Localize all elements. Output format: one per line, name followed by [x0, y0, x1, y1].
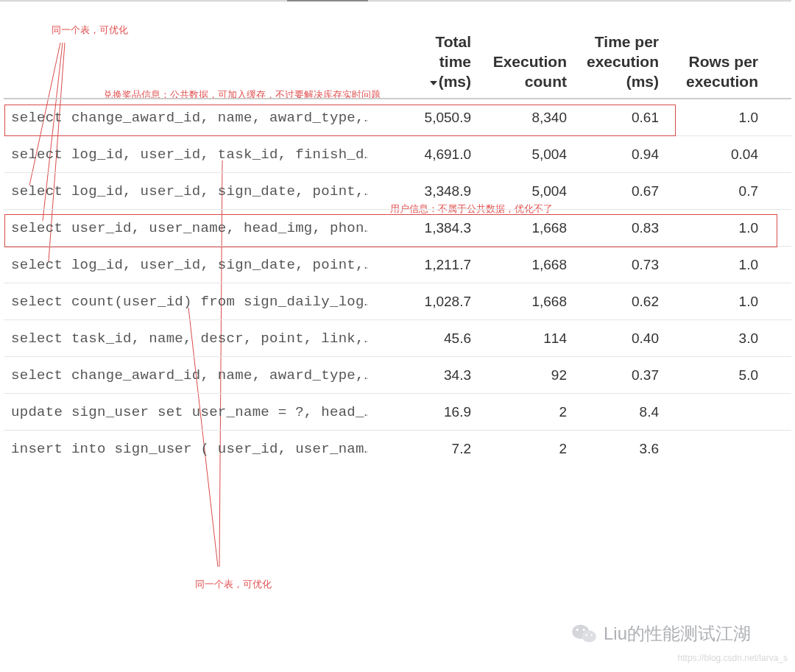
cell-rows-per-exec: 0.04 — [662, 146, 758, 163]
cell-rows-per-exec: 1.0 — [662, 257, 758, 273]
cell-exec-count: 92 — [478, 367, 567, 383]
table-row[interactable]: select log_id, user_id, sign_date, point… — [4, 173, 791, 210]
query-table: select change_award_id, name, award_type… — [4, 99, 791, 467]
cell-rows-per-exec: 1.0 — [662, 110, 758, 126]
cell-total-time: 1,211.7 — [383, 257, 471, 273]
table-row[interactable]: select change_award_id, name, award_type… — [4, 99, 791, 136]
cell-total-time: 7.2 — [383, 441, 471, 457]
cell-exec-count: 2 — [478, 441, 567, 457]
sql-text: select task_id, name, descr, point, link… — [11, 330, 368, 347]
cell-exec-count: 2 — [478, 404, 567, 420]
cell-total-time: 3,348.9 — [383, 183, 471, 199]
annotation-bottom: 同一个表，可优化 — [195, 578, 272, 591]
table-row[interactable]: select count(user_id) from sign_daily_lo… — [4, 283, 791, 320]
cell-time-per-exec: 0.37 — [570, 367, 659, 383]
header-text: Time per — [595, 33, 659, 50]
cell-total-time: 34.3 — [383, 367, 471, 383]
header-text: (ms) — [626, 73, 659, 90]
cell-time-per-exec: 0.73 — [570, 257, 659, 273]
header-text: (ms) — [439, 73, 471, 90]
table-row[interactable]: select log_id, user_id, task_id, finish_… — [4, 136, 791, 173]
cell-time-per-exec: 0.94 — [570, 146, 659, 163]
table-row[interactable]: insert into sign_user ( user_id, user_na… — [4, 431, 791, 467]
col-execution-count[interactable]: Execution count — [478, 52, 567, 92]
cell-rows-per-exec: 3.0 — [662, 330, 758, 347]
cell-exec-count: 5,004 — [478, 146, 567, 163]
sort-desc-icon — [430, 81, 437, 85]
col-rows-per-exec[interactable]: Rows per execution — [662, 52, 758, 92]
table-row[interactable]: select task_id, name, descr, point, link… — [4, 320, 791, 357]
header-text: Execution — [493, 53, 567, 70]
cell-rows-per-exec: 0.7 — [662, 183, 758, 199]
cell-exec-count: 8,340 — [478, 110, 567, 126]
cell-time-per-exec: 3.6 — [570, 441, 659, 457]
watermark-url: https://blog.csdn.net/larva_s — [678, 653, 788, 663]
cell-time-per-exec: 0.62 — [570, 294, 659, 310]
cell-exec-count: 1,668 — [478, 294, 567, 310]
cell-exec-count: 1,668 — [478, 257, 567, 273]
cell-total-time: 45.6 — [383, 330, 471, 347]
cell-rows-per-exec: 1.0 — [662, 294, 758, 310]
header-text: count — [525, 73, 567, 90]
col-total-time[interactable]: Total time (ms) — [383, 32, 471, 92]
table-row[interactable]: select user_id, user_name, head_img, pho… — [4, 210, 791, 247]
cell-total-time: 4,691.0 — [383, 146, 471, 163]
sql-text: select log_id, user_id, sign_date, point… — [11, 257, 368, 273]
cell-total-time: 5,050.9 — [383, 110, 471, 126]
cell-time-per-exec: 0.83 — [570, 220, 659, 236]
header-text: Rows per — [688, 53, 758, 70]
table-header: Total time (ms) Execution count Time per… — [4, 29, 791, 99]
tab-active[interactable] — [287, 0, 368, 1]
sql-text: select log_id, user_id, task_id, finish_… — [11, 146, 368, 163]
svg-point-9 — [585, 634, 587, 636]
cell-total-time: 1,384.3 — [383, 220, 471, 236]
cell-rows-per-exec: 1.0 — [662, 220, 758, 236]
sql-text: select change_award_id, name, award_type… — [11, 110, 368, 126]
watermark-text: Liu的性能测试江湖 — [604, 622, 751, 646]
table-row[interactable]: select change_award_id, name, award_type… — [4, 357, 791, 394]
cell-exec-count: 1,668 — [478, 220, 567, 236]
sql-text: select count(user_id) from sign_daily_lo… — [11, 294, 368, 310]
cell-time-per-exec: 0.61 — [570, 110, 659, 126]
watermark: Liu的性能测试江湖 — [571, 622, 751, 646]
header-text: time — [439, 53, 471, 70]
cell-time-per-exec: 8.4 — [570, 404, 659, 420]
table-row[interactable]: update sign_user set user_name = ?, head… — [4, 394, 791, 431]
table-row[interactable]: select log_id, user_id, sign_date, point… — [4, 247, 791, 283]
tab-inactive-left[interactable] — [0, 0, 287, 1]
header-text: execution — [587, 53, 659, 70]
cell-rows-per-exec: 5.0 — [662, 367, 758, 383]
sql-text: select user_id, user_name, head_img, pho… — [11, 220, 368, 236]
cell-exec-count: 5,004 — [478, 183, 567, 199]
svg-point-8 — [582, 629, 584, 631]
cell-total-time: 16.9 — [383, 404, 471, 420]
tab-inactive-right[interactable] — [368, 0, 791, 1]
header-text: Total — [435, 33, 471, 50]
svg-point-10 — [590, 634, 592, 636]
sql-text: insert into sign_user ( user_id, user_na… — [11, 441, 368, 457]
sql-text: select log_id, user_id, sign_date, point… — [11, 183, 368, 199]
cell-time-per-exec: 0.40 — [570, 330, 659, 347]
cell-total-time: 1,028.7 — [383, 294, 471, 310]
wechat-icon — [571, 623, 598, 645]
header-text: execution — [686, 73, 758, 90]
col-time-per-exec[interactable]: Time per execution (ms) — [570, 32, 659, 92]
svg-point-7 — [576, 629, 579, 631]
cell-time-per-exec: 0.67 — [570, 183, 659, 199]
svg-point-6 — [582, 631, 596, 643]
sql-text: select change_award_id, name, award_type… — [11, 367, 368, 383]
cell-exec-count: 114 — [478, 330, 567, 347]
tab-strip — [0, 0, 791, 1]
sql-text: update sign_user set user_name = ?, head… — [11, 404, 368, 420]
